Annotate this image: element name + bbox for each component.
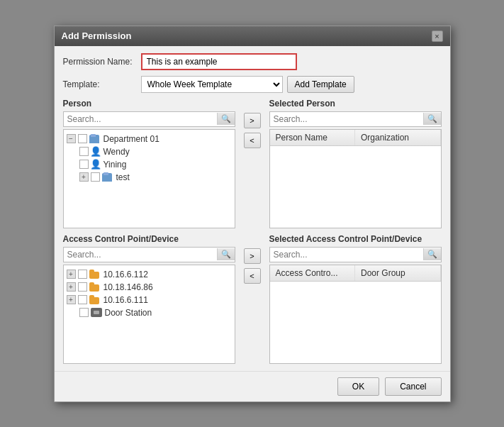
access-panel: Access Control Point/Device 🔍 + 10.16.6.… (63, 234, 235, 364)
access-backward-button[interactable]: < (244, 268, 261, 284)
tree-item: + 10.16.6.111 (67, 294, 232, 306)
selected-access-table: Access Contro... Door Group (269, 265, 442, 364)
access-search-row: 🔍 (63, 247, 235, 262)
dialog-body: Permission Name: Template: Whole Week Te… (55, 46, 450, 371)
dept-icon (102, 172, 113, 182)
expand-ip1[interactable]: + (67, 270, 76, 279)
checkbox-ip2[interactable] (78, 282, 87, 292)
selected-person-panel-title: Selected Person (269, 99, 442, 109)
selected-access-panel: Selected Access Control Point/Device 🔍 A… (269, 234, 442, 364)
selected-person-table: Person Name Organization (269, 129, 442, 228)
template-select[interactable]: Whole Week Template (141, 76, 283, 93)
checkbox-door[interactable] (79, 308, 89, 317)
person-icon: 👤 (91, 160, 101, 170)
dialog-title: Add Permission (62, 30, 132, 41)
person-arrow-buttons: > < (241, 99, 264, 148)
person-name-col: Person Name (270, 130, 356, 145)
person-search-input[interactable] (64, 112, 217, 126)
selected-access-search-row: 🔍 (269, 247, 442, 262)
tree-label: Wendy (103, 147, 130, 157)
template-label: Template: (63, 79, 141, 89)
tree-label: Department 01 (103, 134, 159, 144)
tree-item: + 10.18.146.86 (67, 281, 232, 294)
cancel-button[interactable]: Cancel (385, 377, 441, 396)
access-control-col: Access Contro... (270, 265, 356, 281)
selected-access-search-button[interactable]: 🔍 (423, 248, 441, 260)
access-arrow-buttons: > < (241, 234, 264, 284)
access-search-input[interactable] (64, 248, 217, 262)
organization-col: Organization (355, 130, 441, 145)
person-search-row: 🔍 (63, 111, 235, 127)
tree-label: 10.16.6.112 (103, 270, 148, 279)
add-template-button[interactable]: Add Template (287, 76, 354, 93)
folder-icon (89, 282, 101, 292)
tree-label: test (116, 172, 130, 182)
perm-name-label: Permission Name: (63, 57, 141, 67)
tree-item: − Department 01 (67, 133, 232, 145)
selected-access-search-input[interactable] (270, 248, 423, 262)
person-panel: Person 🔍 − Department 01 (63, 99, 235, 228)
expand-dept01[interactable]: − (67, 134, 76, 143)
tree-item: Door Station (67, 306, 232, 319)
dept-icon (89, 134, 101, 144)
checkbox-dept01[interactable] (78, 134, 87, 143)
add-permission-dialog: Add Permission × Permission Name: Templa… (54, 26, 451, 402)
selected-person-search-input[interactable] (270, 112, 423, 126)
person-panel-title: Person (63, 99, 235, 109)
tree-item: 👤 Yining (67, 158, 232, 171)
person-tree: − Department 01 👤 Wendy 👤 (63, 129, 235, 228)
door-group-col: Door Group (355, 265, 441, 281)
selected-person-search-button[interactable]: 🔍 (423, 113, 441, 125)
expand-ip3[interactable]: + (67, 295, 76, 304)
device-icon (91, 308, 102, 317)
folder-icon (89, 295, 101, 304)
tree-label: Door Station (105, 308, 152, 318)
tree-label: 10.18.146.86 (103, 282, 153, 292)
checkbox-wendy[interactable] (79, 147, 89, 156)
access-search-button[interactable]: 🔍 (217, 248, 235, 260)
template-row: Template: Whole Week Template Add Templa… (63, 76, 442, 93)
tree-item: + 10.16.6.112 (67, 268, 232, 281)
checkbox-yining[interactable] (79, 160, 89, 169)
tree-label: Yining (103, 160, 127, 170)
checkbox-test[interactable] (91, 172, 100, 182)
folder-icon (89, 270, 101, 279)
selected-person-table-header: Person Name Organization (270, 130, 441, 146)
access-forward-button[interactable]: > (244, 248, 261, 264)
checkbox-ip1[interactable] (78, 270, 87, 279)
expand-test[interactable]: + (79, 172, 89, 182)
expand-ip2[interactable]: + (67, 282, 76, 292)
person-forward-button[interactable]: > (244, 113, 261, 128)
selected-access-table-header: Access Contro... Door Group (270, 265, 441, 282)
selected-access-panel-title: Selected Access Control Point/Device (269, 234, 442, 244)
access-tree: + 10.16.6.112 + 10.18.146.86 + (63, 265, 235, 364)
checkbox-ip3[interactable] (78, 295, 87, 304)
access-panel-title: Access Control Point/Device (63, 234, 235, 244)
tree-item: + test (67, 171, 232, 184)
person-backward-button[interactable]: < (244, 133, 261, 148)
permission-name-row: Permission Name: (63, 53, 442, 70)
tree-item: 👤 Wendy (67, 145, 232, 158)
selected-person-panel: Selected Person 🔍 Person Name Organizati… (269, 99, 442, 228)
ok-button[interactable]: OK (337, 377, 379, 396)
close-button[interactable]: × (432, 30, 443, 42)
person-search-button[interactable]: 🔍 (217, 113, 235, 125)
dialog-title-bar: Add Permission × (55, 26, 450, 46)
dialog-footer: OK Cancel (55, 371, 450, 401)
tree-label: 10.16.6.111 (103, 295, 148, 305)
person-icon: 👤 (91, 147, 101, 157)
perm-name-input[interactable] (141, 53, 297, 70)
selected-person-search-row: 🔍 (269, 111, 442, 127)
